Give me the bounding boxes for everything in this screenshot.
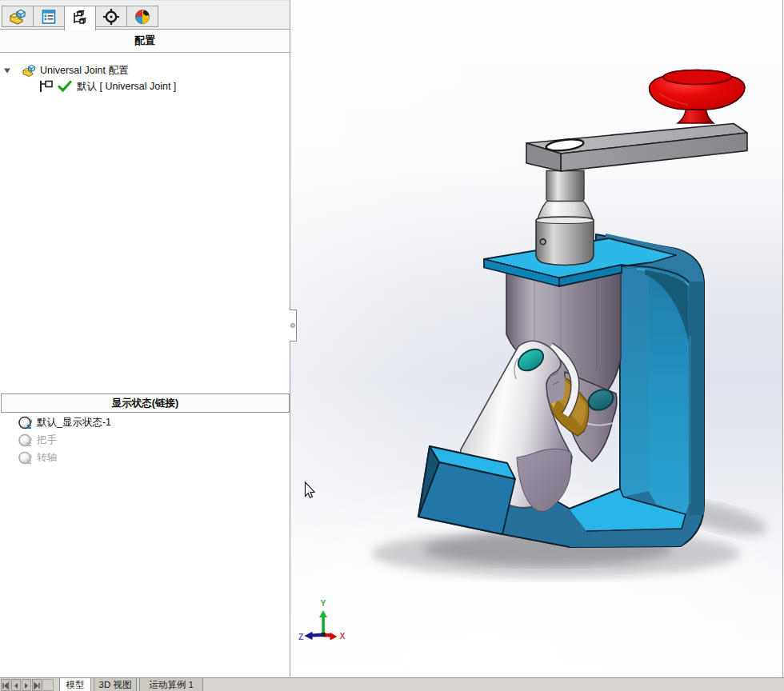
svg-text:X: X — [340, 631, 346, 641]
svg-text:Y: Y — [321, 598, 326, 608]
svg-text:Z: Z — [298, 632, 304, 641]
